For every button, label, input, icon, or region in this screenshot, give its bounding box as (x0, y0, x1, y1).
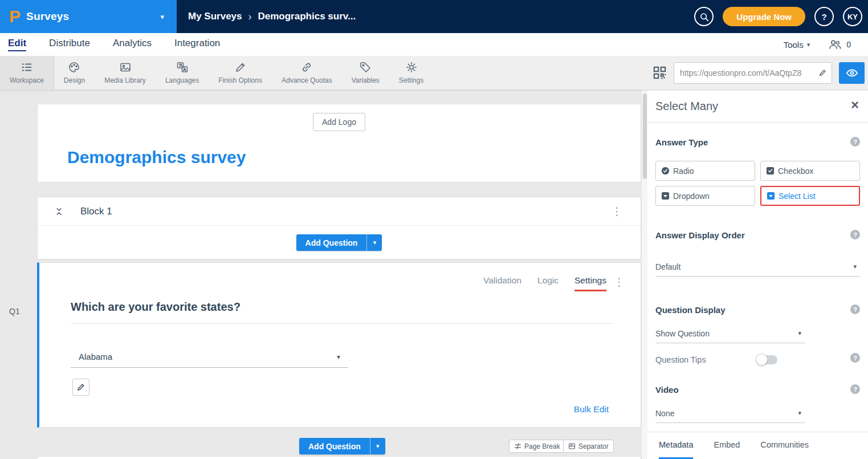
add-question-dropdown[interactable]: ▾ (366, 234, 382, 251)
add-question-button[interactable]: Add Question (299, 438, 370, 454)
toolbar-item-variables[interactable]: Variables (342, 56, 389, 90)
question-tips-toggle[interactable] (757, 355, 777, 364)
add-question-button[interactable]: Add Question (296, 234, 367, 251)
survey-title[interactable]: Demographics survey (67, 148, 246, 167)
help-icon[interactable]: ? (850, 384, 860, 394)
tab-communities[interactable]: Communities (760, 432, 809, 459)
tab-distribute[interactable]: Distribute (49, 38, 90, 51)
block-title[interactable]: Block 1 (80, 206, 112, 217)
answer-display-order-label-row: Answer Display Order ? (655, 230, 860, 240)
user-avatar[interactable]: KY (843, 7, 862, 26)
bulk-edit-link[interactable]: Bulk Edit (574, 404, 609, 415)
chevron-down-icon: ▾ (337, 353, 340, 361)
toolbar-item-advance-quotas[interactable]: Advance Quotas (272, 56, 342, 90)
workspace-icon (21, 61, 33, 74)
checkbox-icon (766, 166, 775, 175)
add-logo-button[interactable]: Add Logo (313, 113, 365, 131)
question-text[interactable]: Which are your favorite states? (71, 300, 241, 314)
toolbar-item-settings[interactable]: Settings (389, 56, 433, 90)
answer-select-value: Alabama (79, 352, 112, 361)
help-icon[interactable]: ? (850, 230, 860, 239)
toolbar-item-languages[interactable]: Languages (156, 56, 209, 90)
scrollbar-thumb[interactable] (643, 94, 647, 179)
tab-logic[interactable]: Logic (537, 275, 559, 291)
survey-link-box (674, 62, 832, 84)
answer-display-order-select[interactable]: Default ▾ (655, 257, 860, 277)
toolbar-right (653, 56, 868, 90)
tab-embed[interactable]: Embed (714, 432, 740, 459)
nav-tabs: Edit Distribute Analytics Integration (8, 38, 220, 51)
video-value: None (655, 409, 674, 418)
close-icon[interactable]: × (851, 98, 859, 112)
toolbar-item-label: Settings (399, 76, 423, 84)
collaborator-count: 0 (846, 40, 851, 49)
collapse-block-icon[interactable] (55, 207, 63, 216)
answer-type-label: Answer Type (655, 137, 708, 147)
product-name: Surveys (26, 10, 69, 23)
tab-analytics[interactable]: Analytics (113, 38, 152, 51)
image-icon (119, 61, 132, 74)
select-list-icon (767, 192, 775, 200)
help-button[interactable]: ? (814, 7, 834, 26)
answer-type-dropdown[interactable]: Dropdown (655, 186, 755, 206)
questionpro-logo: P (9, 8, 21, 25)
toolbar-item-label: Finish Options (218, 76, 262, 84)
toolbar-item-design[interactable]: Design (54, 56, 95, 90)
canvas-scrollbar[interactable] (641, 90, 647, 459)
survey-url-input[interactable] (680, 68, 815, 78)
tag-icon (359, 61, 372, 74)
survey-editor-app: P Surveys ▾ My Surveys › Demographics su… (0, 0, 868, 459)
block-card: Block 1 ⋮ Add Question ▾ (37, 197, 641, 259)
page-break-button[interactable]: Page Break (509, 440, 565, 453)
answer-type-option-label: Checkbox (778, 166, 813, 176)
tab-metadata[interactable]: Metadata (659, 432, 693, 459)
question-display-label-row: Question Display ? (655, 305, 860, 315)
tab-integration[interactable]: Integration (174, 38, 220, 51)
question-divider (71, 323, 613, 324)
question-card: Validation Logic Settings ⋮ Which are yo… (37, 262, 641, 428)
question-tips-label: Question Tips (655, 355, 706, 364)
edit-url-pencil-icon[interactable] (818, 68, 827, 77)
answer-select[interactable]: Alabama ▾ (71, 346, 348, 368)
upgrade-now-button[interactable]: Upgrade Now (723, 7, 805, 26)
tab-settings[interactable]: Settings (574, 275, 606, 291)
breadcrumb-parent[interactable]: My Surveys (188, 11, 242, 22)
question-menu-kebab-icon[interactable]: ⋮ (614, 277, 625, 287)
search-button[interactable] (694, 7, 714, 26)
add-question-dropdown[interactable]: ▾ (370, 438, 385, 454)
pencil-icon (76, 383, 85, 392)
question-display-select[interactable]: Show Question ▾ (655, 324, 805, 343)
video-select[interactable]: None ▾ (655, 404, 805, 423)
qr-code-icon[interactable] (653, 66, 667, 80)
answer-type-select-list[interactable]: Select List (760, 186, 860, 206)
question-display-label: Question Display (655, 305, 726, 315)
collaborators-button[interactable]: 0 (828, 39, 851, 50)
question-display-section: Question Display ? Show Question ▾ Quest… (655, 305, 860, 366)
separator-icon (568, 442, 576, 450)
answer-type-section: Answer Type ? Radio Checkbox (655, 137, 860, 206)
question-tips-row: Question Tips ? (655, 354, 860, 366)
chevron-down-icon: ▾ (160, 13, 168, 21)
help-icon[interactable]: ? (850, 304, 860, 314)
toolbar-item-finish-options[interactable]: Finish Options (209, 56, 272, 90)
edit-answers-button[interactable] (72, 379, 89, 396)
help-icon[interactable]: ? (850, 137, 860, 147)
chevron-down-icon: ▾ (853, 263, 857, 270)
product-switcher[interactable]: P Surveys ▾ (0, 0, 177, 33)
tools-menu[interactable]: Tools ▾ (784, 40, 810, 50)
preview-button[interactable] (839, 62, 865, 84)
tab-validation[interactable]: Validation (483, 275, 521, 291)
question-settings-panel: Select Many × Answer Type ? Radio (647, 90, 868, 459)
pen-icon (234, 61, 247, 74)
help-icon[interactable]: ? (850, 353, 860, 363)
toolbar-item-media-library[interactable]: Media Library (95, 56, 156, 90)
collaborators-icon (828, 39, 842, 50)
toolbar-item-workspace[interactable]: Workspace (0, 56, 54, 90)
answer-type-checkbox[interactable]: Checkbox (760, 161, 860, 181)
block-menu-kebab-icon[interactable]: ⋮ (612, 206, 622, 217)
separator-button[interactable]: Separator (563, 440, 614, 453)
palette-icon (68, 61, 80, 74)
tab-edit[interactable]: Edit (8, 38, 26, 51)
dropdown-icon (661, 192, 670, 200)
answer-type-radio[interactable]: Radio (655, 161, 755, 181)
